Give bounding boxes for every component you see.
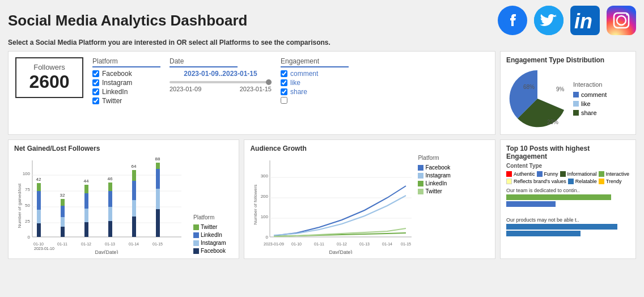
linkedin-icon[interactable]: in [570,6,600,35]
legend-comment: comment [573,91,607,98]
svg-text:01-10: 01-10 [291,242,302,246]
svg-rect-49 [132,181,136,200]
svg-text:01-15: 01-15 [401,242,411,246]
svg-rect-23 [37,223,41,237]
svg-rect-38 [84,185,88,193]
pie-chart-section: Engagement Type Distribution 68% 9% 23% [500,51,636,135]
svg-rect-29 [61,227,65,237]
svg-text:Number of gained/lost: Number of gained/lost [17,183,22,228]
svg-rect-35 [84,222,88,237]
svg-text:88: 88 [155,156,160,162]
svg-rect-4 [607,6,636,35]
top-posts-title: Top 10 Posts with highest Engagement [506,145,630,160]
date-range-label: 2023-01-09..2023-01-15 [170,70,272,78]
post-bar-1a [506,194,611,200]
svg-rect-56 [156,163,160,169]
svg-rect-55 [156,169,160,189]
svg-text:01-10: 01-10 [33,242,44,246]
pie-chart-title: Engagement Type Distribution [506,56,630,64]
svg-text:0: 0 [28,235,31,240]
twitter-icon[interactable] [534,6,564,35]
svg-rect-44 [108,183,112,191]
svg-rect-50 [132,170,136,181]
platform-instagram[interactable]: Instagram [92,79,160,87]
svg-rect-26 [37,183,41,191]
engagement-section: Engagement comment like share [281,57,349,105]
svg-text:75: 75 [25,187,30,192]
svg-text:50: 50 [25,203,30,208]
platform-twitter[interactable]: Twitter [92,97,160,105]
svg-text:01-11: 01-11 [314,242,324,246]
facebook-icon[interactable] [498,6,527,35]
line-chart-svg: Number of followers 0 100 200 300 [250,155,414,254]
svg-rect-54 [156,189,160,209]
svg-text:01-11: 01-11 [57,242,67,246]
post-label-2: Our products may not be able t.. [506,217,630,223]
engagement-comment[interactable]: comment [281,70,349,78]
platform-facebook[interactable]: Facebook [92,70,160,78]
svg-text:200: 200 [261,194,269,199]
svg-text:23%: 23% [547,119,558,125]
date-slider[interactable] [170,81,272,83]
line-chart-legend: Platform Facebook Instagram LinkedIn Twi… [418,155,450,194]
svg-text:25: 25 [25,219,30,224]
svg-rect-30 [61,217,65,227]
instagram-icon[interactable] [607,6,636,35]
svg-text:01-14: 01-14 [129,242,139,246]
svg-text:100: 100 [23,171,31,176]
svg-text:0: 0 [266,235,269,240]
svg-text:100: 100 [261,214,269,219]
content-type-legend: Authentic Funny Informational Interactiv… [506,171,630,184]
legend-like: like [573,100,607,107]
top-posts-box: Top 10 Posts with highest Engagement Con… [500,139,636,259]
svg-text:46: 46 [108,176,113,181]
platform-linkedin[interactable]: LinkedIn [92,88,160,96]
svg-text:in: in [574,10,592,33]
svg-rect-25 [37,191,41,210]
date-label: Date [170,57,238,67]
svg-text:64: 64 [132,164,137,169]
date-section: Date 2023-01-09..2023-01-15 2023-01-09 2… [170,57,272,92]
svg-rect-24 [37,210,41,223]
svg-rect-53 [156,209,160,237]
svg-rect-41 [108,221,112,237]
line-chart-title: Audience Growth [250,145,489,152]
date-start: 2023-01-09 [170,86,201,92]
platform-label: Platform [92,57,160,67]
svg-text:Day(Date): Day(Date) [95,249,118,254]
subtitle: Select a Social Media Platform you are i… [8,39,636,46]
bar-chart-svg: Number of gained/lost 0 25 50 75 100 [14,155,190,254]
social-icons: in [498,6,636,35]
svg-text:01-12: 01-12 [81,242,91,246]
engagement-other[interactable] [281,97,349,104]
content-type-label: Content Type [506,163,630,169]
svg-rect-43 [108,191,112,207]
svg-text:01-13: 01-13 [359,242,370,246]
svg-text:Number of followers: Number of followers [253,184,258,224]
svg-text:44: 44 [84,179,89,184]
svg-rect-32 [61,199,65,206]
svg-text:01-15: 01-15 [152,242,163,246]
engagement-share[interactable]: share [281,88,349,96]
post-bar-2b [506,231,581,236]
post-bar-2a [506,224,617,230]
followers-value: 2600 [26,71,73,92]
post-label-1: Our team is dedicated to contin.. [506,188,630,193]
platform-section: Platform Facebook Instagram LinkedIn Twi… [92,57,160,106]
post-bar-1b [506,201,556,207]
svg-text:Day(Date): Day(Date) [329,249,353,254]
followers-box: Followers 2600 [15,57,83,98]
date-end: 2023-01-15 [240,86,272,92]
svg-rect-48 [132,200,136,217]
svg-rect-47 [132,217,136,237]
svg-text:01-14: 01-14 [382,242,392,246]
engagement-label: Engagement [281,57,349,67]
post-row-1: Our team is dedicated to contin.. [506,188,630,207]
svg-text:9%: 9% [556,86,565,92]
svg-text:2023-01-10: 2023-01-10 [34,247,54,251]
svg-text:32: 32 [60,193,65,198]
engagement-like[interactable]: like [281,79,349,87]
svg-rect-42 [108,207,112,221]
control-panel: Followers 2600 Platform Facebook Instagr… [8,51,495,135]
page-title: Social Media Analytics Dashboard [8,12,498,29]
